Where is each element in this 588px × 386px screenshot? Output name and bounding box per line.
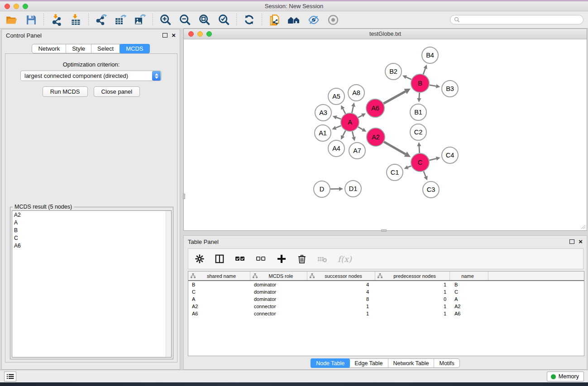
column-icon[interactable] <box>215 254 225 264</box>
graph-node-B1[interactable]: B1 <box>410 104 426 120</box>
cell-shared-name[interactable]: A <box>188 296 250 302</box>
home-icon[interactable] <box>284 13 304 27</box>
zoom-selected-icon[interactable] <box>214 13 234 27</box>
graph-edge-B-B3[interactable] <box>430 84 440 88</box>
save-session-icon[interactable] <box>21 13 41 27</box>
criterion-dropdown[interactable]: largest connected component (directed) <box>20 71 162 81</box>
cell-mcds-role[interactable]: dominator <box>250 289 307 295</box>
graph-edge-B-B2[interactable] <box>402 75 411 79</box>
delete-table-icon[interactable] <box>317 253 328 264</box>
graph-node-A1[interactable]: A1 <box>315 125 331 141</box>
graph-node-C[interactable]: C <box>411 153 429 172</box>
graph-node-A7[interactable]: A7 <box>349 143 365 159</box>
float-panel-icon[interactable] <box>163 33 167 38</box>
graph-edge-A-A2[interactable] <box>358 127 366 132</box>
tab-edge-table[interactable]: Edge Table <box>349 359 388 367</box>
column-header-successor-nodes[interactable]: successor nodes <box>307 272 375 280</box>
graph-edge-B-B4[interactable] <box>423 65 427 74</box>
run-mcds-button[interactable]: Run MCDS <box>43 86 88 97</box>
table-row[interactable]: C dominator 4 1 C <box>188 288 584 295</box>
add-icon[interactable] <box>276 253 287 264</box>
graph-edge-A-A5[interactable] <box>341 105 345 114</box>
float-table-panel-icon[interactable] <box>569 239 574 244</box>
import-network-icon[interactable] <box>47 13 66 27</box>
cell-successor-nodes[interactable]: 4 <box>307 289 375 295</box>
splitter-handle-left[interactable] <box>183 194 185 199</box>
graph-node-D1[interactable]: D1 <box>345 181 361 197</box>
graph-node-A5[interactable]: A5 <box>328 88 344 105</box>
cell-mcds-role[interactable]: dominator <box>250 296 307 302</box>
tab-node-table[interactable]: Node Table <box>311 358 350 368</box>
graph-node-A8[interactable]: A8 <box>348 85 364 101</box>
cell-predecessor-nodes[interactable]: 1 <box>375 311 450 316</box>
clone-network-icon[interactable] <box>265 13 284 27</box>
show-visual-properties-icon[interactable] <box>323 13 343 27</box>
cell-name[interactable]: B <box>450 282 488 287</box>
result-item[interactable]: A <box>12 219 171 226</box>
cell-shared-name[interactable]: A6 <box>188 311 250 316</box>
cell-predecessor-nodes[interactable]: 0 <box>375 296 450 302</box>
result-item[interactable]: A6 <box>12 242 171 249</box>
graph-edge-B-B1[interactable] <box>417 93 421 102</box>
tab-network-table[interactable]: Network Table <box>388 359 435 367</box>
zoom-fit-icon[interactable] <box>195 13 214 27</box>
graph-edge-A-A6[interactable] <box>358 114 366 118</box>
graph-edge-C-C3[interactable] <box>424 171 428 180</box>
zoom-in-icon[interactable] <box>156 13 175 27</box>
tab-select[interactable]: Select <box>91 44 120 53</box>
function-icon[interactable]: f(x) <box>338 254 352 264</box>
select-all-icon[interactable] <box>234 253 245 264</box>
graph-node-C1[interactable]: C1 <box>387 164 403 181</box>
graph-edge-C-C4[interactable] <box>429 157 440 161</box>
column-header-mcds-role[interactable]: MCDS role <box>250 272 307 280</box>
column-header-name[interactable]: name <box>450 272 488 280</box>
close-panel-button[interactable]: Close panel <box>94 86 140 97</box>
cell-shared-name[interactable]: B <box>188 282 250 287</box>
graph-node-B4[interactable]: B4 <box>422 47 438 63</box>
table-row[interactable]: A dominator 8 0 A <box>188 295 584 303</box>
close-table-panel-icon[interactable]: × <box>578 239 583 244</box>
graph-node-B2[interactable]: B2 <box>385 63 402 80</box>
graph-node-A2[interactable]: A2 <box>367 128 385 146</box>
graph-node-A[interactable]: A <box>341 113 359 131</box>
cell-mcds-role[interactable]: dominator <box>250 282 307 287</box>
cell-name[interactable]: C <box>450 289 488 295</box>
graph-node-A4[interactable]: A4 <box>328 140 344 157</box>
export-table-icon[interactable] <box>111 13 130 27</box>
cell-name[interactable]: A2 <box>450 304 488 309</box>
graph-node-C3[interactable]: C3 <box>423 181 439 198</box>
graph-node-A6[interactable]: A6 <box>366 99 384 117</box>
graph-edge-A2-C[interactable] <box>384 142 411 157</box>
graph-node-B[interactable]: B <box>411 74 429 92</box>
cell-mcds-role[interactable]: connector <box>250 304 307 309</box>
cell-successor-nodes[interactable]: 4 <box>307 282 375 287</box>
graph-edge-A-A4[interactable] <box>341 131 345 140</box>
export-image-icon[interactable] <box>130 13 150 27</box>
graph-edge-D-D1[interactable] <box>330 187 343 191</box>
result-item[interactable]: A2 <box>12 211 171 219</box>
tab-style[interactable]: Style <box>66 44 91 53</box>
zoom-out-icon[interactable] <box>175 13 195 27</box>
table-row[interactable]: A2 connector 1 1 A2 <box>188 303 584 310</box>
memory-button[interactable]: Memory <box>547 372 584 381</box>
cell-name[interactable]: A6 <box>450 311 488 316</box>
export-network-icon[interactable] <box>91 13 111 27</box>
cell-predecessor-nodes[interactable]: 1 <box>375 289 450 295</box>
table-row[interactable]: A6 connector 1 1 A6 <box>188 310 584 317</box>
refresh-icon[interactable] <box>239 13 259 27</box>
close-panel-icon[interactable]: × <box>172 33 176 38</box>
network-canvas[interactable]: B4B2BB3A8A5A6A3B1AA1C2A2A4A7C4CC1C3DD1 <box>184 39 587 230</box>
table-row[interactable]: B dominator 4 1 B <box>188 281 584 288</box>
column-header-predecessor-nodes[interactable]: predecessor nodes <box>375 272 450 280</box>
graph-edge-A-A1[interactable] <box>332 126 341 130</box>
graph-edge-A6-B[interactable] <box>383 89 411 104</box>
cell-shared-name[interactable]: A2 <box>188 304 250 309</box>
graph-node-B3[interactable]: B3 <box>442 81 458 97</box>
task-list-button[interactable] <box>4 372 16 381</box>
graph-edge-A-A8[interactable] <box>351 103 355 113</box>
cell-name[interactable]: A <box>450 296 488 302</box>
hide-visual-properties-icon[interactable] <box>304 13 323 27</box>
delete-icon[interactable] <box>297 254 307 264</box>
graph-edge-C-C1[interactable] <box>404 165 411 169</box>
result-list-scrollbar[interactable] <box>166 211 171 357</box>
